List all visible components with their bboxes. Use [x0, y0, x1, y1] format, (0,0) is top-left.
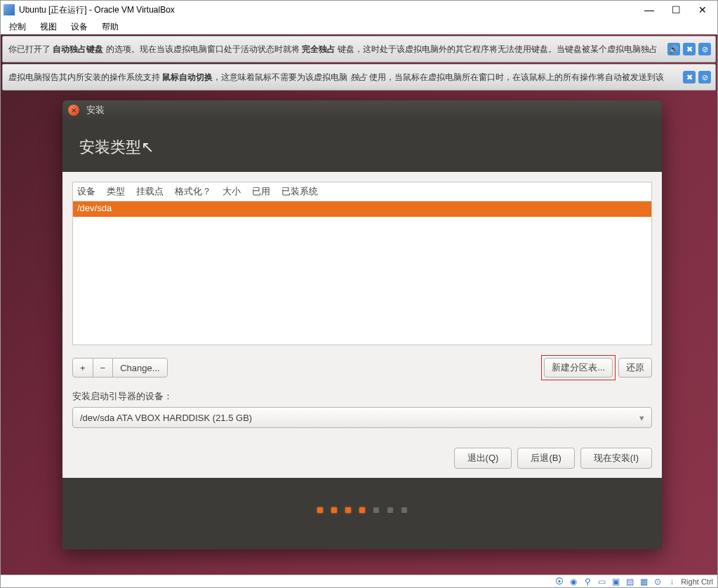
window-title: Ubuntu [正在运行] - Oracle VM VirtualBox	[19, 4, 643, 16]
bootloader-label: 安装启动引导器的设备：	[72, 390, 652, 403]
sb-video-icon[interactable]: ▦	[639, 577, 649, 587]
app-icon	[4, 4, 15, 15]
installer-heading-area: 安装类型↖	[62, 120, 662, 172]
dot	[331, 507, 337, 513]
sb-display-icon[interactable]: ▤	[625, 577, 634, 587]
menu-view[interactable]: 视图	[34, 20, 62, 34]
dot	[317, 507, 323, 513]
sb-network-icon[interactable]: ▭	[597, 577, 606, 587]
minimize-button[interactable]: —	[643, 4, 656, 16]
col-size[interactable]: 大小	[222, 185, 241, 198]
hostkey-label: Right Ctrl	[681, 577, 713, 586]
window-titlebar: Ubuntu [正在运行] - Oracle VM VirtualBox — ☐…	[1, 1, 717, 19]
window-controls: — ☐ ✕	[643, 4, 709, 16]
installer-close-button[interactable]: ✕	[68, 105, 79, 116]
menu-devices[interactable]: 设备	[65, 20, 93, 34]
installer-body: 设备 类型 挂载点 格式化？ 大小 已用 已装系统 /dev/sda	[62, 172, 662, 478]
bootloader-value: /dev/sda ATA VBOX HARDDISK (21.5 GB)	[80, 413, 252, 423]
bootloader-select[interactable]: /dev/sda ATA VBOX HARDDISK (21.5 GB) ▾	[72, 407, 652, 428]
notif-text: 虚拟电脑报告其内所安装的操作系统支持 鼠标自动切换，这意味着鼠标不需要为该虚拟电…	[8, 72, 664, 83]
nav-buttons: 退出(Q) 后退(B) 现在安装(I)	[72, 448, 652, 469]
highlight-annotation: 新建分区表...	[541, 355, 616, 380]
row-device: /dev/sda	[77, 203, 112, 213]
partition-table: 设备 类型 挂载点 格式化？ 大小 已用 已装系统 /dev/sda	[72, 182, 652, 345]
col-type[interactable]: 类型	[107, 185, 125, 198]
installer-heading: 安装类型	[79, 138, 141, 156]
dot	[345, 507, 351, 513]
menu-control[interactable]: 控制	[4, 20, 32, 34]
dot	[373, 507, 379, 513]
partition-toolbar: + − Change... 新建分区表... 还原	[72, 355, 652, 380]
sb-usb-icon[interactable]: ⚲	[583, 577, 592, 587]
add-partition-button[interactable]: +	[72, 358, 93, 377]
partition-edit-group: + − Change...	[72, 358, 168, 377]
installer-window: ✕ 安装 安装类型↖ 设备 类型 挂载点 格式化？ 大小 已用 已装系统	[62, 100, 662, 549]
dot	[401, 507, 407, 513]
menubar: 控制 视图 设备 帮助	[1, 19, 717, 34]
back-button[interactable]: 后退(B)	[517, 448, 574, 469]
sb-optical-icon[interactable]: ◉	[569, 577, 578, 587]
remove-partition-button[interactable]: −	[93, 358, 114, 377]
mouse-cursor-icon: ↖	[141, 138, 154, 156]
col-mount[interactable]: 挂载点	[136, 185, 164, 198]
dot	[359, 507, 365, 513]
notification-mouse: 虚拟电脑报告其内所安装的操作系统支持 鼠标自动切换，这意味着鼠标不需要为该虚拟电…	[2, 64, 716, 91]
installer-title: 安装	[86, 104, 105, 116]
chevron-down-icon: ▾	[639, 413, 644, 423]
partition-table-empty[interactable]	[73, 217, 651, 345]
restore-button[interactable]: 还原	[618, 358, 652, 377]
progress-dots	[62, 478, 662, 513]
partition-table-header: 设备 类型 挂载点 格式化？ 大小 已用 已装系统	[73, 182, 651, 201]
install-now-button[interactable]: 现在安装(I)	[580, 448, 652, 469]
menu-help[interactable]: 帮助	[96, 20, 124, 34]
notif-text: 你已打开了 自动独占键盘 的选项。现在当该虚拟电脑窗口处于活动状态时就将 完全独…	[8, 44, 658, 55]
sb-mouse-icon[interactable]: ⊙	[653, 577, 663, 587]
vbox-statusbar: ⦿ ◉ ⚲ ▭ ▣ ▤ ▦ ⊙ ↓ Right Ctrl	[1, 575, 717, 587]
sb-keyboard-icon[interactable]: ↓	[667, 577, 677, 587]
col-system[interactable]: 已装系统	[281, 185, 318, 198]
virtualbox-window: Ubuntu [正在运行] - Oracle VM VirtualBox — ☐…	[0, 0, 718, 588]
col-used[interactable]: 已用	[252, 185, 270, 198]
maximize-button[interactable]: ☐	[670, 4, 682, 16]
sb-shared-icon[interactable]: ▣	[611, 577, 620, 587]
change-partition-button[interactable]: Change...	[112, 358, 167, 377]
notif-dismiss-icon[interactable]: ✖	[683, 71, 696, 83]
close-button[interactable]: ✕	[696, 4, 709, 16]
new-partition-table-button[interactable]: 新建分区表...	[544, 358, 613, 377]
notif-sound-icon[interactable]: 🔊	[667, 43, 680, 55]
quit-button[interactable]: 退出(Q)	[454, 448, 512, 469]
sb-hdd-icon[interactable]: ⦿	[554, 577, 564, 587]
table-row[interactable]: /dev/sda	[73, 201, 651, 217]
dot	[387, 507, 393, 513]
notif-suppress-icon[interactable]: ⊘	[698, 43, 711, 55]
installer-titlebar: ✕ 安装	[62, 100, 662, 120]
col-format[interactable]: 格式化？	[175, 185, 211, 198]
col-device[interactable]: 设备	[77, 185, 95, 198]
vm-display: 你已打开了 自动独占键盘 的选项。现在当该虚拟电脑窗口处于活动状态时就将 完全独…	[1, 34, 717, 575]
notif-dismiss-icon[interactable]: ✖	[683, 43, 696, 55]
notif-suppress-icon[interactable]: ⊘	[698, 71, 711, 83]
notification-keyboard: 你已打开了 自动独占键盘 的选项。现在当该虚拟电脑窗口处于活动状态时就将 完全独…	[2, 36, 716, 62]
